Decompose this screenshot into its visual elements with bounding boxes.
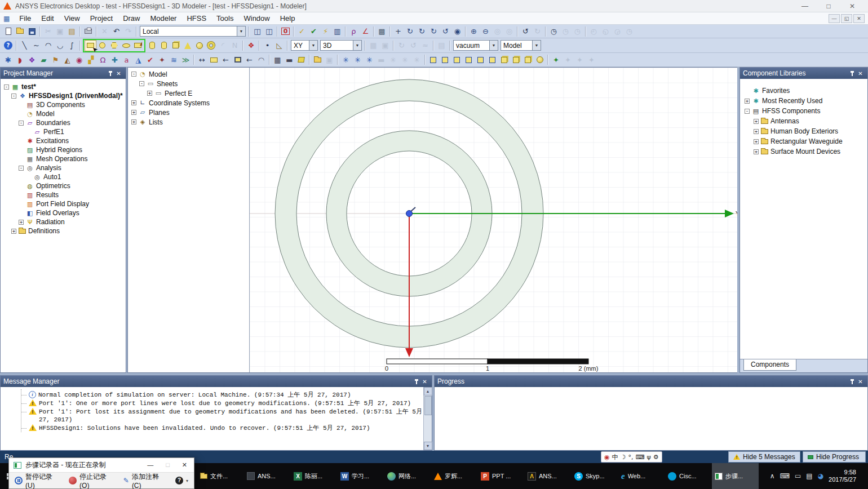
- validate-button[interactable]: ✓: [296, 26, 308, 37]
- origin-point[interactable]: [406, 211, 413, 217]
- menu-window[interactable]: Window: [238, 12, 274, 25]
- tree-item-model[interactable]: ◔Model: [2, 109, 126, 118]
- start-animation-button[interactable]: ◷: [548, 26, 560, 37]
- tree-item-surface-mount-devices[interactable]: +Surface Mount Devices: [741, 146, 867, 157]
- tree-expander[interactable]: -: [19, 121, 24, 126]
- intersect-button[interactable]: [451, 54, 463, 65]
- draw-regular-polygon-button[interactable]: [108, 40, 120, 51]
- tree-item-mesh-operations[interactable]: ▦Mesh Operations: [2, 154, 126, 163]
- draw-spline-button[interactable]: ~: [30, 40, 42, 51]
- recorder-help-button[interactable]: ?▾: [175, 477, 188, 484]
- edit-variables-button[interactable]: a: [121, 54, 132, 65]
- chinese-mode-icon[interactable]: 中: [612, 454, 618, 460]
- validate-all-button[interactable]: ✔: [308, 26, 320, 37]
- child-restore-button[interactable]: ◱: [841, 14, 852, 23]
- analyze-all-button[interactable]: ⚡: [320, 26, 331, 37]
- tree-item-hybrid-regions[interactable]: ▨Hybrid Regions: [2, 145, 126, 154]
- undo-button[interactable]: ↶: [110, 26, 122, 37]
- menu-tools[interactable]: Tools: [211, 12, 238, 25]
- tree-expander[interactable]: +: [754, 149, 759, 154]
- mesh-settings-button[interactable]: ⚑: [50, 54, 61, 65]
- assign-excitation-button[interactable]: ▰: [38, 54, 50, 65]
- tree-item-definitions[interactable]: +Definitions: [2, 226, 126, 235]
- tree-expander[interactable]: +: [11, 229, 16, 234]
- snap-toggle-button[interactable]: ▬: [284, 54, 295, 65]
- draw-plane-button[interactable]: ◺: [273, 40, 285, 51]
- open-button[interactable]: [14, 26, 26, 37]
- menu-draw[interactable]: Draw: [118, 12, 145, 25]
- draw-point-button[interactable]: •: [262, 40, 273, 51]
- help-button[interactable]: ?: [2, 40, 14, 51]
- taskbar-item-ans[interactable]: ANS...: [244, 463, 291, 489]
- soft-keyboard-icon[interactable]: ⌨: [635, 454, 644, 460]
- dynamic-rotate-button[interactable]: ↺: [440, 26, 451, 37]
- tree-expander[interactable]: -: [11, 94, 16, 99]
- tree-item-analysis[interactable]: -◎Analysis: [2, 163, 126, 172]
- taskbar-item-item[interactable]: 罗辉...: [431, 463, 478, 489]
- save-button[interactable]: [26, 26, 38, 37]
- pick-edge-button[interactable]: ←: [243, 54, 255, 65]
- new-window-button[interactable]: ◫: [251, 26, 263, 37]
- scroll-down-icon[interactable]: ▼: [424, 442, 432, 450]
- tree-item-favorites[interactable]: ✱Favorites: [741, 86, 867, 96]
- notes-icon[interactable]: ▤: [806, 473, 812, 479]
- tree-expander[interactable]: -: [19, 166, 24, 171]
- tree-item-results[interactable]: ▥Results: [2, 190, 126, 199]
- tree-expander[interactable]: -: [131, 72, 136, 77]
- section-button[interactable]: [510, 54, 522, 65]
- tree-item-model[interactable]: -◔Model: [129, 69, 249, 79]
- pin-icon[interactable]: [106, 69, 114, 78]
- tab-components[interactable]: Components: [743, 359, 796, 371]
- hide-progress-button[interactable]: Hide Progress: [803, 451, 866, 463]
- draw-box-button[interactable]: [170, 40, 181, 51]
- draw-equation-curve-button[interactable]: ∫: [66, 40, 78, 51]
- tree-expander[interactable]: +: [131, 119, 136, 125]
- draw-arc-center-button[interactable]: ◠: [42, 40, 54, 51]
- tree-item-hfssdesign1-drivenmodal[interactable]: -❖HFSSDesign1 (DrivenModal)*: [2, 91, 126, 100]
- menu-help[interactable]: Help: [275, 12, 300, 25]
- touch-keyboard-icon[interactable]: ⌨: [780, 473, 790, 479]
- purge-history-button[interactable]: [498, 54, 510, 65]
- tree-item-port-field-display[interactable]: ▥Port Field Display: [2, 199, 126, 208]
- vector-fields-button[interactable]: ≫: [180, 54, 192, 65]
- rotate-screen-center-button[interactable]: ↻: [404, 26, 416, 37]
- modeler-viewport[interactable]: Y 0 1 2 (mm): [250, 68, 737, 372]
- datasets-button[interactable]: ◮: [132, 54, 144, 65]
- tree-item-perfe1[interactable]: ▱PerfE1: [2, 127, 126, 136]
- select-by-name-button[interactable]: [232, 54, 243, 65]
- separate-bodies-button[interactable]: [486, 54, 498, 65]
- radiation-setup-button[interactable]: ✚: [109, 54, 121, 65]
- pan-button[interactable]: +: [392, 26, 404, 37]
- close-button[interactable]: ✕: [848, 2, 857, 10]
- wave-display-button[interactable]: ≋: [168, 54, 180, 65]
- taskbar-item-ppt[interactable]: PPPT ...: [478, 463, 525, 489]
- tree-expander[interactable]: +: [19, 220, 24, 225]
- view-mode-select[interactable]: 3D▼: [320, 40, 362, 51]
- coordinate-system-select[interactable]: Local▼: [140, 26, 246, 37]
- pin-icon[interactable]: [848, 69, 856, 78]
- recorder-minimize-button[interactable]: —: [147, 461, 153, 469]
- analysis-setup-button[interactable]: ◭: [61, 54, 73, 65]
- tray-app-icon[interactable]: ◕: [818, 473, 823, 479]
- maximize-button[interactable]: □: [824, 2, 833, 10]
- tree-item-sheets[interactable]: -▭Sheets: [129, 79, 249, 88]
- language-indicator-icon[interactable]: ◉: [604, 454, 610, 460]
- punctuation-mode-icon[interactable]: °,: [628, 454, 633, 460]
- subtract-button[interactable]: [439, 54, 451, 65]
- tree-expander[interactable]: +: [754, 129, 759, 134]
- menu-modeler[interactable]: Modeler: [145, 12, 181, 25]
- rotate-model-center-button[interactable]: ↻: [428, 26, 440, 37]
- paste-button[interactable]: ▤: [66, 26, 78, 37]
- menu-hfss[interactable]: HFSS: [181, 12, 211, 25]
- chevron-down-icon[interactable]: ▼: [237, 26, 245, 36]
- child-minimize-button[interactable]: —: [829, 14, 840, 23]
- pick-face-button[interactable]: ←: [220, 54, 232, 65]
- chevron-down-icon[interactable]: ▼: [309, 41, 317, 50]
- taskbar-item-ans[interactable]: ΛANS...: [525, 463, 572, 489]
- chevron-down-icon[interactable]: ▾: [186, 478, 188, 483]
- draw-equation-surface-button[interactable]: [132, 40, 144, 51]
- chevron-down-icon[interactable]: ▼: [489, 41, 498, 50]
- tree-item-human-body-exteriors[interactable]: +Human Body Exteriors: [741, 126, 867, 136]
- tree-item-hfss-components[interactable]: -▤HFSS Components: [741, 106, 867, 116]
- tray-expand-icon[interactable]: ∧: [770, 473, 775, 479]
